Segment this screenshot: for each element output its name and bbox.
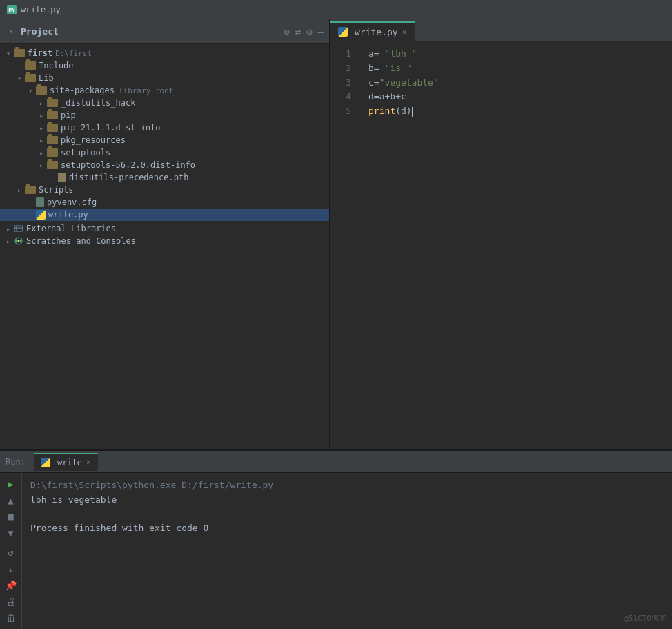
tab-close-button[interactable]: × bbox=[402, 28, 407, 37]
sidebar-tree: first D:\first Include Lib bbox=[0, 44, 329, 449]
line-num-1: 1 bbox=[330, 47, 351, 61]
tree-item-pkg-resources[interactable]: pkg_resources bbox=[0, 134, 329, 146]
stop-button[interactable]: ■ bbox=[3, 510, 19, 524]
tree-item-distutils-hack[interactable]: _distutils_hack bbox=[0, 97, 329, 109]
delete-button[interactable]: 🗑 bbox=[3, 611, 19, 625]
tab-py-icon bbox=[338, 27, 348, 37]
first-arrow bbox=[3, 50, 14, 57]
pip-dist-arrow bbox=[36, 124, 47, 132]
site-packages-badge: library root bbox=[119, 86, 173, 95]
lib-arrow bbox=[14, 75, 25, 82]
code-area[interactable]: a= "lbh " b= "is " c="vegetable" d=a+b+c… bbox=[357, 41, 672, 449]
globe-icon[interactable]: ⊕ bbox=[284, 26, 289, 37]
gear-icon[interactable]: ⚙ bbox=[306, 26, 312, 37]
scroll-end-button[interactable]: ⇣ bbox=[3, 562, 19, 576]
scroll-up-button[interactable]: ▲ bbox=[3, 494, 19, 507]
scripts-arrow bbox=[14, 186, 25, 194]
tree-item-pip-dist[interactable]: pip-21.1.1.dist-info bbox=[0, 122, 329, 134]
line-num-3: 3 bbox=[330, 76, 351, 90]
include-folder-icon bbox=[25, 61, 36, 70]
scratches-label: Scratches and Consoles bbox=[26, 236, 136, 246]
svg-point-6 bbox=[20, 240, 22, 242]
panel-tab-close[interactable]: × bbox=[86, 458, 91, 467]
code-line-1: a= "lbh " bbox=[368, 47, 661, 61]
play-button[interactable]: ▶ bbox=[3, 477, 19, 491]
tree-item-write-py[interactable]: write.py bbox=[0, 209, 329, 221]
distutils-pth-label: distutils-precedence.pth bbox=[69, 173, 188, 182]
rerun-button[interactable]: ↺ bbox=[3, 545, 19, 559]
editor-tab-write-py[interactable]: write.py × bbox=[330, 21, 415, 41]
sidebar-title: Project bbox=[21, 26, 279, 37]
include-label: Include bbox=[39, 61, 74, 70]
pip-label: pip bbox=[61, 110, 76, 120]
project-sidebar: Project ⊕ ⇄ ⚙ — first D:\first bbox=[0, 19, 330, 449]
title-bar-text: write.py bbox=[21, 5, 61, 14]
output-line-1: D:\first\Scripts\python.exe D:/first/wri… bbox=[30, 478, 664, 493]
output-cmd-text: D:\first\Scripts\python.exe D:/first/wri… bbox=[30, 480, 273, 490]
pip-dist-label: pip-21.1.1.dist-info bbox=[61, 123, 161, 133]
output-line-4: Process finished with exit code 0 bbox=[30, 521, 664, 536]
panel-tab-write[interactable]: write × bbox=[34, 453, 98, 471]
svg-point-4 bbox=[16, 240, 18, 242]
external-icon bbox=[14, 224, 23, 233]
distutils-hack-arrow bbox=[36, 99, 47, 107]
split-icon[interactable]: ⇄ bbox=[295, 26, 301, 37]
print-button[interactable]: 🖨 bbox=[3, 594, 19, 608]
scripts-label: Scripts bbox=[39, 185, 74, 195]
distutils-pth-icon bbox=[58, 173, 66, 182]
tree-item-pip[interactable]: pip bbox=[0, 109, 329, 122]
project-arrow[interactable] bbox=[6, 28, 17, 35]
tree-item-first[interactable]: first D:\first bbox=[0, 47, 329, 59]
code-line-4: d=a+b+c bbox=[368, 90, 661, 104]
site-packages-folder-icon bbox=[36, 86, 47, 95]
setuptools-folder-icon bbox=[47, 148, 58, 157]
panel-tab-icon bbox=[41, 458, 50, 467]
minimize-icon[interactable]: — bbox=[318, 26, 324, 37]
code-var-d: d bbox=[368, 90, 374, 104]
tree-item-lib[interactable]: Lib bbox=[0, 72, 329, 84]
pkg-resources-label: pkg_resources bbox=[61, 135, 126, 145]
pip-dist-folder-icon bbox=[47, 124, 58, 132]
code-line-2: b= "is " bbox=[368, 61, 661, 76]
setuptools-label: setuptools bbox=[61, 148, 110, 157]
main-area: Project ⊕ ⇄ ⚙ — first D:\first bbox=[0, 19, 672, 449]
write-py-icon bbox=[36, 210, 46, 220]
pyvenv-icon bbox=[36, 197, 44, 207]
external-arrow bbox=[3, 225, 14, 233]
tree-item-pyvenv[interactable]: pyvenv.cfg bbox=[0, 196, 329, 209]
pip-arrow bbox=[36, 112, 47, 119]
scratches-icon bbox=[14, 236, 23, 246]
watermark: @51CTO博客 bbox=[624, 613, 666, 623]
output-result-text: lbh is vegetable bbox=[30, 494, 117, 505]
site-packages-arrow bbox=[25, 87, 36, 95]
code-line-5: print(d) bbox=[368, 104, 661, 119]
tab-label: write.py bbox=[355, 27, 398, 37]
tree-item-external[interactable]: External Libraries bbox=[0, 222, 329, 235]
distutils-hack-label: _distutils_hack bbox=[61, 98, 135, 108]
run-label: Run: bbox=[6, 457, 26, 467]
pip-folder-icon bbox=[47, 111, 58, 119]
lib-label: Lib bbox=[39, 73, 54, 83]
site-packages-label: site-packages bbox=[50, 86, 115, 95]
tree-item-setuptools[interactable]: setuptools bbox=[0, 146, 329, 159]
tree-item-setuptools-dist[interactable]: setuptools-56.2.0.dist-info bbox=[0, 159, 329, 171]
tree-item-scratches[interactable]: Scratches and Consoles bbox=[0, 235, 329, 247]
line-num-4: 4 bbox=[330, 90, 351, 104]
panel-body: ▶ ▲ ■ ▼ ↺ ⇣ 📌 🖨 🗑 D:\first\Scripts\pytho… bbox=[0, 473, 672, 629]
run-panel: Run: write × ▶ ▲ ■ ▼ ↺ ⇣ 📌 🖨 🗑 D:\first\… bbox=[0, 449, 672, 629]
tree-item-scripts[interactable]: Scripts bbox=[0, 184, 329, 196]
tree-item-site-packages[interactable]: site-packages library root bbox=[0, 84, 329, 97]
tree-item-include[interactable]: Include bbox=[0, 59, 329, 72]
output-exit-text: Process finished with exit code 0 bbox=[30, 523, 208, 533]
tree-item-distutils-pth[interactable]: distutils-precedence.pth bbox=[0, 171, 329, 184]
pin-button[interactable]: 📌 bbox=[3, 579, 19, 592]
panel-output: D:\first\Scripts\python.exe D:/first/wri… bbox=[22, 473, 672, 629]
cursor bbox=[412, 107, 413, 117]
scratches-arrow bbox=[3, 238, 14, 245]
scroll-down-button[interactable]: ▼ bbox=[3, 526, 19, 540]
panel-tabs: Run: write × bbox=[0, 451, 672, 473]
line-num-5: 5 bbox=[330, 104, 351, 119]
setuptools-dist-arrow bbox=[36, 162, 47, 169]
setuptools-arrow bbox=[36, 149, 47, 157]
editor-tabs: write.py × bbox=[330, 19, 672, 41]
